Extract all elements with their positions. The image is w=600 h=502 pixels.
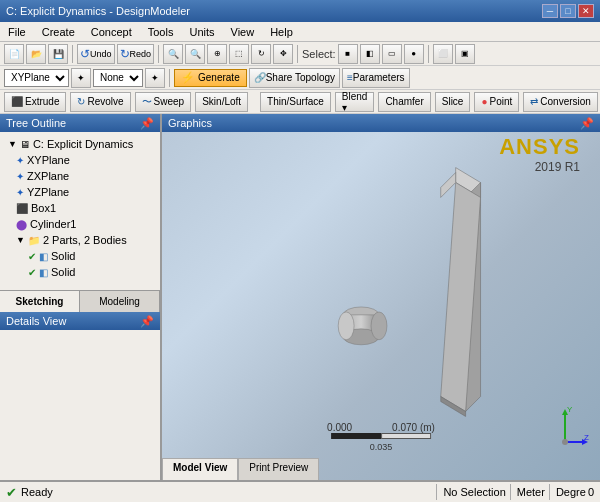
open-button[interactable]: 📂 [26, 44, 46, 64]
details-view-header: Details View 📌 [0, 312, 160, 330]
sep5 [169, 69, 170, 87]
details-pin-icon[interactable]: 📌 [140, 315, 154, 328]
graphics-area[interactable]: Graphics 📌 ANSYS 2019 R1 [162, 114, 600, 480]
tab-sketching[interactable]: Sketching [0, 291, 80, 312]
solid2-check-icon: ✔ [28, 267, 36, 278]
ready-label: Ready [21, 486, 53, 498]
rotate-button[interactable]: ↻ [251, 44, 271, 64]
zxplane-icon: ✦ [16, 171, 24, 182]
details-content [0, 330, 160, 480]
tree-parts-label: 2 Parts, 2 Bodies [43, 234, 127, 246]
generate-label: Generate [198, 72, 240, 83]
revolve-button[interactable]: ↻ Revolve [70, 92, 130, 112]
select-vertex-button[interactable]: ● [404, 44, 424, 64]
computer-icon: 🖥 [20, 139, 30, 150]
undo-button[interactable]: ↺ Undo [77, 44, 115, 64]
zoom-in-button[interactable]: 🔍 [163, 44, 183, 64]
tree-item-cylinder1[interactable]: ⬤ Cylinder1 [4, 216, 156, 232]
tab-modeling[interactable]: Modeling [80, 291, 160, 312]
details-title: Details View [6, 315, 66, 327]
ready-icon: ✔ [6, 485, 17, 500]
tab-model-view[interactable]: Model View [162, 458, 238, 480]
menu-file[interactable]: File [4, 24, 30, 40]
title-controls: ─ □ ✕ [542, 4, 594, 18]
expand-icon: ▼ [8, 139, 17, 149]
scale-mid-label: 0.035 [370, 442, 393, 452]
parts-expand-icon: ▼ [16, 235, 25, 245]
view-front-button[interactable]: ▣ [455, 44, 475, 64]
sweep-button[interactable]: 〜 Sweep [135, 92, 192, 112]
scale-white-segment [381, 433, 431, 439]
svg-point-8 [338, 312, 354, 340]
skinloft-button[interactable]: Skin/Loft [195, 92, 248, 112]
tree-pin-icon[interactable]: 📌 [140, 117, 154, 130]
degree-label: Degre [556, 486, 586, 498]
select-face-button[interactable]: ◧ [360, 44, 380, 64]
tree-item-xyplane[interactable]: ✦ XYPlane [4, 152, 156, 168]
menu-units[interactable]: Units [185, 24, 218, 40]
menu-create[interactable]: Create [38, 24, 79, 40]
left-panel: Tree Outline 📌 ▼ 🖥 C: Explicit Dynamics … [0, 114, 162, 480]
sketch-selector[interactable]: None [93, 69, 143, 87]
status-ready: ✔ Ready [6, 485, 428, 500]
extrude-button[interactable]: ⬛ Extrude [4, 92, 66, 112]
view-iso-button[interactable]: ⬜ [433, 44, 453, 64]
blend-button[interactable]: Blend ▾ [335, 92, 375, 112]
chamfer-button[interactable]: Chamfer [378, 92, 430, 112]
menu-help[interactable]: Help [266, 24, 297, 40]
tab-print-preview[interactable]: Print Preview [238, 458, 319, 480]
tree-area: ▼ 🖥 C: Explicit Dynamics ✦ XYPlane ✦ ZXP… [0, 132, 160, 290]
menu-tools[interactable]: Tools [144, 24, 178, 40]
status-bar: ✔ Ready No Selection Meter Degre 0 [0, 480, 600, 502]
point-button[interactable]: ● Point [474, 92, 519, 112]
tree-root-label: C: Explicit Dynamics [33, 138, 133, 150]
save-button[interactable]: 💾 [48, 44, 68, 64]
axes-indicator: Y Z [540, 402, 590, 452]
sketch-star-button[interactable]: ✦ [145, 68, 165, 88]
scale-ruler [331, 433, 431, 441]
close-button[interactable]: ✕ [578, 4, 594, 18]
scale-bar: 0.000 0.070 (m) 0.035 [327, 422, 435, 452]
tree-item-box1[interactable]: ⬛ Box1 [4, 200, 156, 216]
tree-item-root[interactable]: ▼ 🖥 C: Explicit Dynamics [4, 136, 156, 152]
tree-item-parts[interactable]: ▼ 📁 2 Parts, 2 Bodies [4, 232, 156, 248]
redo-button[interactable]: ↺ Redo [117, 44, 155, 64]
tree-yzplane-label: YZPlane [27, 186, 69, 198]
maximize-button[interactable]: □ [560, 4, 576, 18]
solid2-body-icon: ◧ [39, 267, 48, 278]
left-tabs: Sketching Modeling [0, 290, 160, 312]
xyplane-icon: ✦ [16, 155, 24, 166]
tree-cylinder1-label: Cylinder1 [30, 218, 76, 230]
slice-button[interactable]: Slice [435, 92, 471, 112]
title-bar: C: Explicit Dynamics - DesignModeler ─ □… [0, 0, 600, 22]
plane-selector[interactable]: XYPlane ZXPlane YZPlane [4, 69, 69, 87]
tree-solid1-label: Solid [51, 250, 75, 262]
svg-marker-4 [441, 173, 456, 198]
zoom-out-button[interactable]: 🔍 [185, 44, 205, 64]
generate-button[interactable]: ⚡ Generate [174, 69, 247, 87]
tree-item-solid1[interactable]: ✔ ◧ Solid [4, 248, 156, 264]
tree-item-yzplane[interactable]: ✦ YZPlane [4, 184, 156, 200]
select-edge-button[interactable]: ▭ [382, 44, 402, 64]
plane-star-button[interactable]: ✦ [71, 68, 91, 88]
tree-item-zxplane[interactable]: ✦ ZXPlane [4, 168, 156, 184]
selection-section: No Selection [436, 484, 505, 500]
conversion-button[interactable]: ⇄ Conversion [523, 92, 598, 112]
pan-button[interactable]: ✥ [273, 44, 293, 64]
cylinder1-icon: ⬤ [16, 219, 27, 230]
yzplane-icon: ✦ [16, 187, 24, 198]
select-body-button[interactable]: ■ [338, 44, 358, 64]
zoom-box-button[interactable]: ⬚ [229, 44, 249, 64]
share-topology-button[interactable]: 🔗 Share Topology [249, 68, 340, 88]
menu-view[interactable]: View [227, 24, 259, 40]
thin-surface-button[interactable]: Thin/Surface [260, 92, 331, 112]
tree-xyplane-label: XYPlane [27, 154, 70, 166]
tree-item-solid2[interactable]: ✔ ◧ Solid [4, 264, 156, 280]
minimize-button[interactable]: ─ [542, 4, 558, 18]
new-button[interactable]: 📄 [4, 44, 24, 64]
zoom-fit-button[interactable]: ⊕ [207, 44, 227, 64]
unit-label: Meter [517, 486, 545, 498]
parameters-button[interactable]: ≡ Parameters [342, 68, 410, 88]
menu-concept[interactable]: Concept [87, 24, 136, 40]
tree-zxplane-label: ZXPlane [27, 170, 69, 182]
